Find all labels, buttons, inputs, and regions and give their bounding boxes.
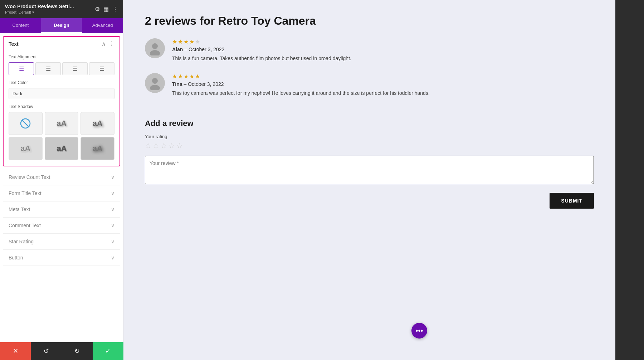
collapse-icon[interactable]: ∧ xyxy=(102,40,106,47)
color-label: Text Color xyxy=(9,80,114,85)
review-textarea[interactable] xyxy=(145,156,594,184)
shadow-heavy-option[interactable]: aA xyxy=(80,137,114,160)
review-count-text-section[interactable]: Review Count Text ∨ xyxy=(3,169,120,185)
star-3: ★ xyxy=(184,73,189,80)
star-1: ★ xyxy=(172,73,177,80)
add-review-title: Add a review xyxy=(145,119,594,128)
button-label: Button xyxy=(9,255,23,261)
sidebar-toolbar: ✕ ↺ ↻ ✓ xyxy=(0,342,123,360)
star-rating-label: Star Rating xyxy=(9,239,34,244)
meta-text-section[interactable]: Meta Text ∨ xyxy=(3,201,120,218)
form-title-arrow-icon: ∨ xyxy=(111,190,114,196)
save-icon: ✓ xyxy=(105,347,111,355)
undo-icon: ↺ xyxy=(44,347,49,355)
form-title-text-label: Form Title Text xyxy=(9,190,42,196)
review-text: This toy camera was perfect for my nephe… xyxy=(172,89,430,97)
sidebar-preset[interactable]: Preset: Default ▾ xyxy=(5,10,74,15)
text-section: Text ∧ ⋮ Text Alignment ☰ ☰ ☰ ☰ Text Col… xyxy=(3,36,120,166)
rating-label: Your rating xyxy=(145,134,594,139)
button-section[interactable]: Button ∨ xyxy=(3,250,120,266)
sidebar-header: Woo Product Reviews Setti... Preset: Def… xyxy=(0,0,123,18)
review-author: Tina xyxy=(172,81,182,87)
undo-button[interactable]: ↺ xyxy=(31,342,62,360)
rating-star-1[interactable]: ☆ xyxy=(145,141,151,150)
star-4: ★ xyxy=(189,73,194,80)
alignment-label: Text Alignment xyxy=(9,54,114,59)
review-stars: ★ ★ ★ ★ ★ xyxy=(172,73,430,80)
rating-star-3[interactable]: ☆ xyxy=(161,141,167,150)
review-author: Alan xyxy=(172,47,183,52)
cancel-icon: ✕ xyxy=(13,347,18,355)
grid-icon[interactable]: ▦ xyxy=(103,6,109,13)
submit-button[interactable]: SUBMIT xyxy=(550,193,594,209)
svg-point-2 xyxy=(152,43,158,49)
review-body: ★ ★ ★ ★ ★ Alan – October 3, 2022 This is… xyxy=(172,38,351,62)
review-item: ★ ★ ★ ★ ★ Tina – October 3, 2022 This to… xyxy=(145,73,594,97)
fab-button[interactable]: ••• xyxy=(411,323,427,339)
star-2: ★ xyxy=(178,73,183,80)
star-4: ★ xyxy=(189,38,194,45)
text-section-header-icons: ∧ ⋮ xyxy=(102,40,114,47)
sidebar-tabs: Content Design Advanced xyxy=(0,18,123,33)
review-date: October 3, 2022 xyxy=(188,81,224,87)
comment-text-arrow-icon: ∨ xyxy=(111,223,114,228)
sidebar: Woo Product Reviews Setti... Preset: Def… xyxy=(0,0,123,360)
tab-design[interactable]: Design xyxy=(41,18,82,33)
redo-button[interactable]: ↻ xyxy=(62,342,93,360)
form-title-text-section[interactable]: Form Title Text ∨ xyxy=(3,185,120,201)
star-rating-arrow-icon: ∨ xyxy=(111,239,114,244)
review-separator: – xyxy=(184,47,189,52)
rating-star-4[interactable]: ☆ xyxy=(169,141,175,150)
shadow-soft-option[interactable]: aA xyxy=(9,137,43,160)
review-count-text-label: Review Count Text xyxy=(9,174,50,180)
text-section-header[interactable]: Text ∧ ⋮ xyxy=(4,37,119,51)
avatar xyxy=(145,73,165,93)
avatar xyxy=(145,38,165,58)
color-select[interactable]: Dark Light Custom xyxy=(9,88,114,99)
review-body: ★ ★ ★ ★ ★ Tina – October 3, 2022 This to… xyxy=(172,73,430,97)
rating-star-2[interactable]: ☆ xyxy=(153,141,159,150)
meta-text-label: Meta Text xyxy=(9,206,30,212)
shadow-label: Text Shadow xyxy=(9,104,114,109)
comment-text-section[interactable]: Comment Text ∨ xyxy=(3,218,120,234)
review-count-arrow-icon: ∨ xyxy=(111,174,114,180)
text-section-body: Text Alignment ☰ ☰ ☰ ☰ Text Color Dark L… xyxy=(4,51,119,166)
svg-point-5 xyxy=(150,85,160,90)
star-rating-section[interactable]: Star Rating ∨ xyxy=(3,234,120,250)
rating-star-5[interactable]: ☆ xyxy=(176,141,183,150)
align-right-button[interactable]: ☰ xyxy=(62,62,88,75)
align-center-button[interactable]: ☰ xyxy=(35,62,61,75)
star-1: ★ xyxy=(172,38,177,45)
align-justify-button[interactable]: ☰ xyxy=(89,62,114,75)
shadow-light-option[interactable]: aA xyxy=(45,112,79,135)
shadow-none-option[interactable] xyxy=(9,112,43,135)
review-item: ★ ★ ★ ★ ★ Alan – October 3, 2022 This is… xyxy=(145,38,594,62)
shadow-medium-option[interactable]: aA xyxy=(80,112,114,135)
rating-stars: ☆ ☆ ☆ ☆ ☆ xyxy=(145,141,594,150)
submit-row: SUBMIT xyxy=(145,193,594,209)
sidebar-header-icons: ⚙ ▦ ⋮ xyxy=(95,6,118,13)
settings-icon[interactable]: ⚙ xyxy=(95,6,100,13)
cancel-button[interactable]: ✕ xyxy=(0,342,31,360)
tab-advanced[interactable]: Advanced xyxy=(82,18,123,33)
review-meta: Tina – October 3, 2022 xyxy=(172,81,430,87)
main-content: 2 reviews for Retro Toy Camera ★ ★ ★ ★ ★… xyxy=(123,0,615,360)
button-arrow-icon: ∨ xyxy=(111,255,114,261)
text-section-title: Text xyxy=(9,41,19,47)
star-5: ★ xyxy=(195,73,200,80)
star-3: ★ xyxy=(184,38,189,45)
more-icon[interactable]: ⋮ xyxy=(112,6,118,13)
svg-point-3 xyxy=(150,50,160,55)
fab-icon: ••• xyxy=(415,327,423,335)
review-date: October 3, 2022 xyxy=(189,47,224,52)
shadow-dark-option[interactable]: aA xyxy=(45,137,79,160)
text-section-more-icon[interactable]: ⋮ xyxy=(109,40,114,47)
alignment-buttons: ☰ ☰ ☰ ☰ xyxy=(9,62,114,75)
reviews-title: 2 reviews for Retro Toy Camera xyxy=(145,14,594,28)
align-left-button[interactable]: ☰ xyxy=(9,62,34,75)
shadow-grid: aA aA aA aA aA xyxy=(9,112,114,160)
right-bar xyxy=(615,0,644,360)
tab-content[interactable]: Content xyxy=(0,18,41,33)
redo-icon: ↻ xyxy=(74,347,80,355)
save-button[interactable]: ✓ xyxy=(93,342,123,360)
